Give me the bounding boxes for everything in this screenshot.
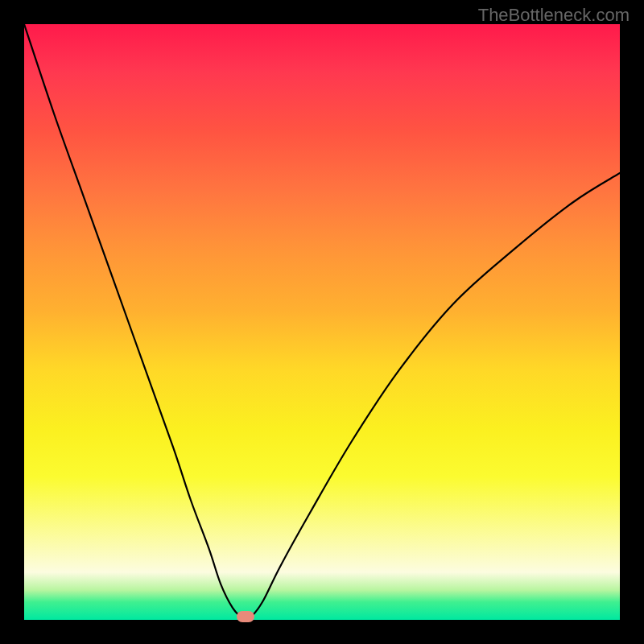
watermark-text: TheBottleneck.com: [478, 5, 630, 26]
chart-plot-area: [24, 24, 620, 620]
bottleneck-curve: [24, 24, 620, 620]
optimal-point-marker: [237, 611, 254, 622]
